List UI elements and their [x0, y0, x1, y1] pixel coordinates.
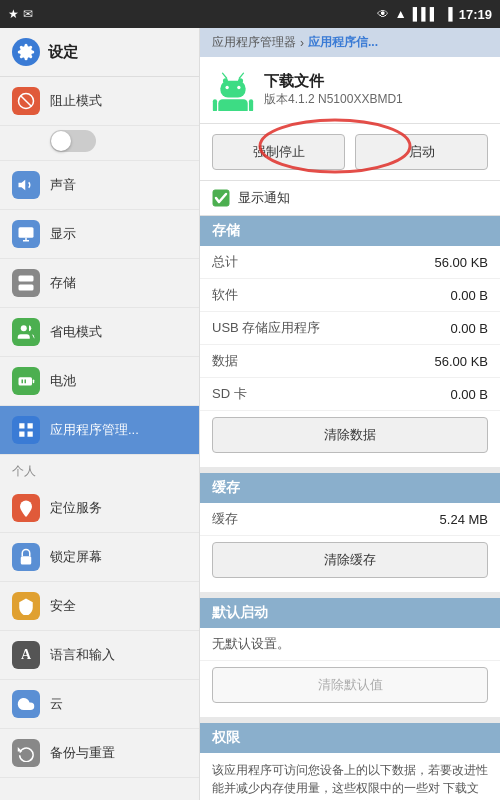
svg-rect-29 [213, 99, 217, 111]
sidebar-label-block-mode: 阻止模式 [50, 92, 102, 110]
sidebar-label-lock-screen: 锁定屏幕 [50, 548, 102, 566]
status-right-icons: 👁 ▲ ▌▌▌ ▐ 17:19 [377, 7, 492, 22]
sidebar-item-display[interactable]: 显示 [0, 210, 199, 259]
sidebar-item-location[interactable]: 定位服务 [0, 484, 199, 533]
storage-row-sd: SD 卡 0.00 B [200, 378, 500, 411]
status-left-icons: ★ ✉ [8, 7, 33, 21]
app-details: 下载文件 版本4.1.2 N5100XXBMD1 [264, 72, 488, 108]
svg-rect-30 [249, 99, 253, 111]
cache-section-header: 缓存 [200, 473, 500, 503]
launch-button[interactable]: 启动 [355, 134, 488, 170]
storage-icon [12, 269, 40, 297]
sidebar-label-cloud: 云 [50, 695, 63, 713]
sidebar-item-app-manager[interactable]: 应用程序管理... [0, 406, 199, 455]
block-mode-toggle[interactable] [50, 130, 96, 152]
cache-info-section: 缓存 5.24 MB 清除缓存 [200, 503, 500, 592]
sidebar: 设定 阻止模式 声音 显示 [0, 28, 200, 800]
notification-icon: ✉ [23, 7, 33, 21]
app-version: 版本4.1.2 N5100XXBMD1 [264, 91, 488, 108]
clock: 17:19 [459, 7, 492, 22]
default-launch-section-header: 默认启动 [200, 598, 500, 628]
storage-value-usb: 0.00 B [450, 321, 488, 336]
personal-section-label: 个人 [0, 455, 199, 484]
permissions-section: 该应用程序可访问您设备上的以下数据，若要改进性能并减少内存使用量，这些权限中的一… [200, 753, 500, 800]
app-icon [212, 69, 254, 111]
app-info: 下载文件 版本4.1.2 N5100XXBMD1 [200, 57, 500, 124]
sidebar-item-lock-screen[interactable]: 锁定屏幕 [0, 533, 199, 582]
power-saving-icon [12, 318, 40, 346]
backup-icon [12, 739, 40, 767]
sidebar-item-battery[interactable]: 电池 [0, 357, 199, 406]
svg-line-2 [21, 96, 32, 107]
svg-rect-8 [19, 285, 34, 291]
sidebar-item-security[interactable]: 安全 [0, 582, 199, 631]
storage-value-data: 56.00 KB [435, 354, 489, 369]
storage-info-section: 总计 56.00 KB 软件 0.00 B USB 存储应用程序 0.00 B … [200, 246, 500, 467]
sidebar-label-backup: 备份与重置 [50, 744, 115, 762]
default-launch-section: 无默认设置。 清除默认值 [200, 628, 500, 717]
settings-header-icon [12, 38, 40, 66]
star-icon: ★ [8, 7, 19, 21]
storage-label-total: 总计 [212, 253, 238, 271]
svg-rect-25 [220, 81, 245, 98]
block-mode-icon [12, 87, 40, 115]
storage-value-software: 0.00 B [450, 288, 488, 303]
sidebar-item-language[interactable]: A 语言和输入 [0, 631, 199, 680]
action-buttons: 强制停止 启动 [200, 124, 500, 181]
sidebar-item-storage[interactable]: 存储 [0, 259, 199, 308]
force-stop-button[interactable]: 强制停止 [212, 134, 345, 170]
svg-rect-4 [19, 227, 34, 238]
svg-rect-15 [19, 423, 24, 428]
breadcrumb-current: 应用程序信... [308, 34, 378, 51]
sidebar-label-language: 语言和输入 [50, 646, 115, 664]
battery-icon-sidebar [12, 367, 40, 395]
storage-section-header: 存储 [200, 216, 500, 246]
wifi-icon: ▲ [395, 7, 407, 21]
svg-rect-28 [218, 99, 247, 111]
eye-icon: 👁 [377, 7, 389, 21]
svg-line-23 [223, 73, 227, 78]
storage-value-sd: 0.00 B [450, 387, 488, 402]
sidebar-label-storage: 存储 [50, 274, 76, 292]
breadcrumb-separator: › [300, 36, 304, 50]
svg-marker-3 [19, 180, 26, 191]
cache-label: 缓存 [212, 510, 238, 528]
sidebar-item-cloud[interactable]: 云 [0, 680, 199, 729]
storage-row-total: 总计 56.00 KB [200, 246, 500, 279]
app-name: 下载文件 [264, 72, 488, 91]
breadcrumb-parent: 应用程序管理器 [212, 34, 296, 51]
svg-point-26 [225, 86, 228, 89]
svg-rect-16 [28, 423, 33, 428]
sidebar-item-block-mode[interactable]: 阻止模式 [0, 77, 199, 126]
storage-label-software: 软件 [212, 286, 238, 304]
sidebar-label-power-saving: 省电模式 [50, 323, 102, 341]
sidebar-label-location: 定位服务 [50, 499, 102, 517]
cloud-icon [12, 690, 40, 718]
sidebar-item-sound[interactable]: 声音 [0, 161, 199, 210]
svg-rect-7 [19, 276, 34, 282]
svg-point-27 [237, 86, 240, 89]
storage-value-total: 56.00 KB [435, 255, 489, 270]
battery-icon: ▐ [444, 7, 453, 21]
svg-rect-18 [28, 432, 33, 437]
svg-point-11 [21, 325, 27, 331]
no-defaults-row: 无默认设置。 [200, 628, 500, 661]
storage-row-usb: USB 存储应用程序 0.00 B [200, 312, 500, 345]
storage-label-sd: SD 卡 [212, 385, 247, 403]
sidebar-item-backup[interactable]: 备份与重置 [0, 729, 199, 778]
storage-label-usb: USB 存储应用程序 [212, 319, 320, 337]
no-defaults-label: 无默认设置。 [212, 635, 290, 653]
sidebar-item-power-saving[interactable]: 省电模式 [0, 308, 199, 357]
checkbox-row: 显示通知 [200, 181, 500, 216]
clear-data-button[interactable]: 清除数据 [212, 417, 488, 453]
sidebar-label-security: 安全 [50, 597, 76, 615]
clear-cache-button[interactable]: 清除缓存 [212, 542, 488, 578]
storage-row-software: 软件 0.00 B [200, 279, 500, 312]
storage-label-data: 数据 [212, 352, 238, 370]
checkbox-icon[interactable] [212, 189, 230, 207]
sidebar-label-battery: 电池 [50, 372, 76, 390]
clear-defaults-button[interactable]: 清除默认值 [212, 667, 488, 703]
clear-cache-wrap: 清除缓存 [200, 536, 500, 592]
right-panel: 应用程序管理器 › 应用程序信... [200, 28, 500, 800]
display-icon [12, 220, 40, 248]
